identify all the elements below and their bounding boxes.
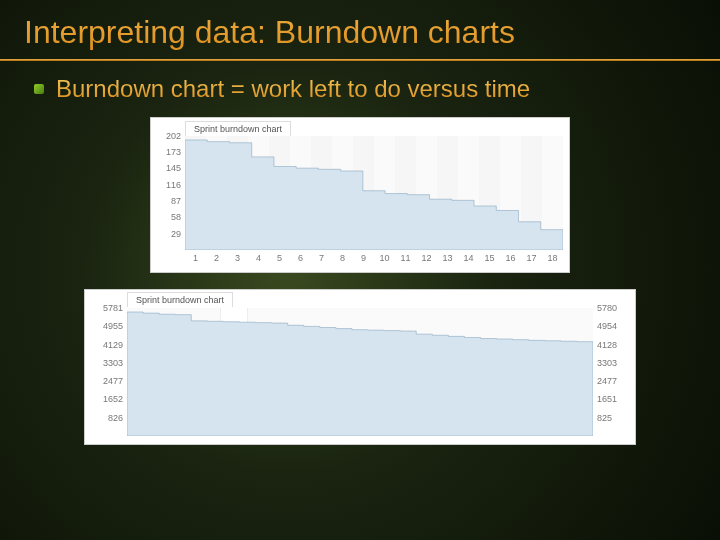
plot-area xyxy=(185,136,563,250)
y-axis-left: 826165224773303412949555781 xyxy=(85,308,127,436)
burndown-chart-2: Sprint burndown chart 826165224773303412… xyxy=(84,289,636,445)
chart-title: Sprint burndown chart xyxy=(185,121,291,136)
slide-title: Interpreting data: Burndown charts xyxy=(0,0,720,59)
chart-title: Sprint burndown chart xyxy=(127,292,233,307)
plot-area xyxy=(127,308,593,436)
burndown-chart-1: Sprint burndown chart 295887116145173202… xyxy=(150,117,570,273)
chart-svg xyxy=(185,136,563,250)
y-axis-left: 295887116145173202 xyxy=(151,136,185,250)
chart-svg xyxy=(127,308,593,436)
title-divider xyxy=(0,59,720,61)
bullet-item: Burndown chart = work left to do versus … xyxy=(0,75,720,113)
bullet-icon xyxy=(34,84,44,94)
y-axis-right: 825165124773303412849545780 xyxy=(593,308,635,436)
x-axis: 123456789101112131415161718 xyxy=(185,250,563,272)
bullet-text: Burndown chart = work left to do versus … xyxy=(56,75,530,103)
